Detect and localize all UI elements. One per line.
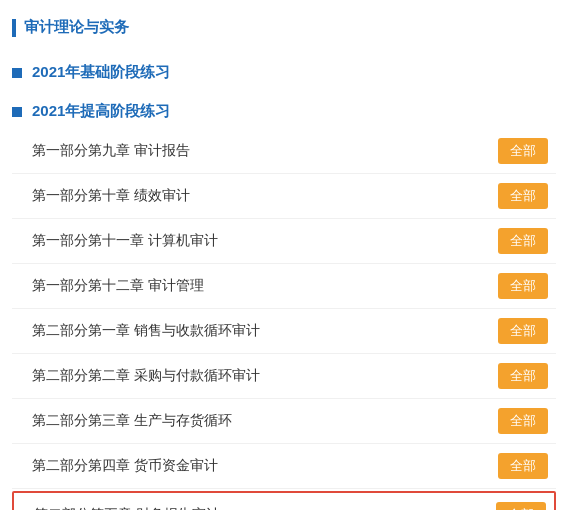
btn-all-p2ch2[interactable]: 全部 — [498, 363, 548, 389]
section-title-basic: 2021年基础阶段练习 — [32, 63, 170, 82]
chapter-row-p2ch1: 第二部分第一章 销售与收款循环审计全部 — [12, 309, 556, 354]
chapter-row-ch10: 第一部分第十章 绩效审计全部 — [12, 174, 556, 219]
chapter-row-ch11: 第一部分第十一章 计算机审计全部 — [12, 219, 556, 264]
chapter-row-ch9: 第一部分第九章 审计报告全部 — [12, 129, 556, 174]
chapter-row-p2ch2: 第二部分第二章 采购与付款循环审计全部 — [12, 354, 556, 399]
chapter-name-p2ch1: 第二部分第一章 销售与收款循环审计 — [32, 322, 260, 340]
chapter-name-ch11: 第一部分第十一章 计算机审计 — [32, 232, 218, 250]
section-title-advanced: 2021年提高阶段练习 — [32, 102, 170, 121]
section-basic: 2021年基础阶段练习 — [0, 55, 568, 94]
sections-container: 2021年基础阶段练习2021年提高阶段练习第一部分第九章 审计报告全部第一部分… — [0, 55, 568, 510]
chapter-row-p2ch3: 第二部分第三章 生产与存货循环全部 — [12, 399, 556, 444]
btn-all-p2ch5[interactable]: 全部 — [496, 502, 546, 510]
chapter-name-p2ch4: 第二部分第四章 货币资金审计 — [32, 457, 218, 475]
btn-all-ch9[interactable]: 全部 — [498, 138, 548, 164]
btn-all-p2ch1[interactable]: 全部 — [498, 318, 548, 344]
chapter-name-ch10: 第一部分第十章 绩效审计 — [32, 187, 190, 205]
chapter-row-ch12: 第一部分第十二章 审计管理全部 — [12, 264, 556, 309]
square-icon — [12, 68, 22, 78]
page-title: 审计理论与实务 — [24, 18, 129, 37]
page-container: 审计理论与实务 2021年基础阶段练习2021年提高阶段练习第一部分第九章 审计… — [0, 0, 568, 510]
chapter-name-p2ch5: 第二部分第五章 财务报告审计 — [34, 506, 220, 510]
chapter-row-p2ch4: 第二部分第四章 货币资金审计全部 — [12, 444, 556, 489]
square-icon — [12, 107, 22, 117]
btn-all-p2ch3[interactable]: 全部 — [498, 408, 548, 434]
chapter-name-ch12: 第一部分第十二章 审计管理 — [32, 277, 204, 295]
btn-all-ch10[interactable]: 全部 — [498, 183, 548, 209]
chapter-list-advanced: 第一部分第九章 审计报告全部第一部分第十章 绩效审计全部第一部分第十一章 计算机… — [12, 129, 556, 510]
btn-all-ch11[interactable]: 全部 — [498, 228, 548, 254]
section-header-advanced: 2021年提高阶段练习 — [12, 102, 556, 121]
chapter-name-ch9: 第一部分第九章 审计报告 — [32, 142, 190, 160]
section-advanced: 2021年提高阶段练习第一部分第九章 审计报告全部第一部分第十章 绩效审计全部第… — [0, 94, 568, 510]
chapter-row-p2ch5: 第二部分第五章 财务报告审计全部 — [12, 491, 556, 510]
accent-bar-icon — [12, 19, 16, 37]
btn-all-p2ch4[interactable]: 全部 — [498, 453, 548, 479]
section-header-basic: 2021年基础阶段练习 — [12, 63, 556, 82]
page-title-bar: 审计理论与实务 — [0, 10, 568, 45]
btn-all-ch12[interactable]: 全部 — [498, 273, 548, 299]
chapter-name-p2ch2: 第二部分第二章 采购与付款循环审计 — [32, 367, 260, 385]
chapter-name-p2ch3: 第二部分第三章 生产与存货循环 — [32, 412, 232, 430]
